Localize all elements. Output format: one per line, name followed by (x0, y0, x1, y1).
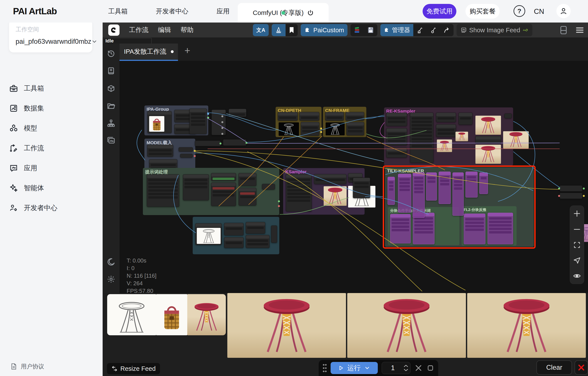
workspace-card[interactable]: 工作空间 pai_pfo63vwarwndif0mbz (9, 20, 92, 53)
run-options-chevron-icon (364, 365, 370, 371)
aigodlike-theme-icon[interactable] (272, 24, 285, 36)
node-switch-panel[interactable] (211, 110, 226, 135)
node-small[interactable] (229, 109, 246, 117)
node-reroute[interactable] (195, 140, 221, 146)
brand-logo: PAI ArtLab (13, 6, 57, 16)
stop-icon[interactable] (427, 364, 434, 372)
canvas-zoom-panel (570, 205, 584, 284)
new-workflow-tab-button[interactable]: + (184, 46, 190, 55)
top-header: PAI ArtLab 工具箱 开发者中心 应用 ComfyUI (专享版) 免费… (0, 0, 588, 22)
clean-vram-icon[interactable] (413, 24, 427, 36)
sidebar-item-label: 工作流 (24, 144, 44, 153)
zoom-in-icon[interactable] (573, 209, 581, 218)
group-cn-frame[interactable]: CN-FRAME (323, 107, 366, 137)
sidebar-item-developer-center[interactable]: 开发者中心 (9, 198, 94, 218)
queue-icon[interactable] (107, 66, 116, 75)
buy-plan-button[interactable]: 购买套餐 (465, 4, 500, 19)
node-graph-canvas[interactable]: IPA-Group MODEL载入 CN-DPETH (119, 61, 588, 293)
node-reroute[interactable] (560, 185, 582, 192)
gallery-icon[interactable] (107, 136, 116, 145)
help-icon[interactable]: ? (514, 5, 525, 17)
free-trial-button[interactable]: 免费试用 (423, 4, 456, 19)
canvas-left-rail (103, 43, 119, 293)
sidebar-item-models[interactable]: 模型 (9, 118, 94, 138)
nav-apps[interactable]: 应用 (217, 7, 230, 16)
fit-view-icon[interactable] (573, 241, 581, 249)
nav-toolbox[interactable]: 工具箱 (108, 7, 128, 16)
group-depth-process[interactable] (193, 217, 279, 254)
theme-moon-icon[interactable] (107, 258, 116, 266)
cancel-queue-icon[interactable] (414, 364, 423, 372)
workflow-tab-active[interactable]: IPA发散工作流 (119, 43, 178, 61)
workflows-folder-icon[interactable] (107, 102, 116, 110)
tab-comfyui[interactable]: ComfyUI (专享版) (238, 3, 329, 22)
group-ipa[interactable]: IPA-Group (144, 106, 208, 135)
user-agreement-link[interactable]: 用户协议 (10, 363, 44, 370)
node-reroute[interactable] (223, 139, 246, 146)
select-mode-icon[interactable] (573, 257, 581, 264)
panel-toggle-icon[interactable] (559, 25, 568, 35)
user-avatar[interactable] (556, 4, 571, 18)
translate-button[interactable]: 文A (253, 24, 269, 36)
resize-feed-button[interactable]: Resize Feed (107, 363, 160, 374)
node-reroute[interactable] (560, 193, 582, 199)
clear-feed-button[interactable]: Clear (536, 360, 572, 375)
chevron-down-icon[interactable] (91, 39, 97, 45)
hamburger-menu-icon[interactable] (576, 26, 584, 34)
feed-image-result[interactable] (227, 293, 346, 358)
menu-workflow[interactable]: 工作流 (129, 26, 148, 34)
clean-all-icon[interactable] (427, 24, 440, 36)
nav-developer-center[interactable]: 开发者中心 (156, 7, 188, 16)
books-icon[interactable] (350, 24, 364, 36)
feed-thumb-table[interactable] (187, 294, 226, 335)
feed-image-result[interactable] (467, 293, 586, 358)
feed-thumb-sketch[interactable] (107, 294, 156, 335)
zoom-out-icon[interactable] (573, 225, 581, 234)
bookmark-icon[interactable] (285, 24, 298, 36)
menu-edit[interactable]: 编辑 (158, 26, 171, 34)
close-icon (578, 364, 585, 371)
sidebar-item-toolbox[interactable]: 工具箱 (9, 78, 94, 98)
feed-card-inputs[interactable] (107, 294, 226, 335)
node-library-icon[interactable] (107, 84, 116, 93)
share-icon[interactable] (440, 24, 453, 36)
comfy-logo[interactable] (108, 24, 119, 36)
language-toggle[interactable]: CN (534, 7, 544, 16)
batch-count-value: 1 (382, 364, 404, 372)
paicustom-button[interactable]: PaiCustom (301, 24, 347, 36)
feed-image-result[interactable] (347, 293, 466, 358)
workspace-label: 工作空间 (16, 26, 86, 33)
power-icon[interactable] (307, 10, 314, 16)
sidebar-item-label: 智能体 (24, 183, 44, 193)
sidebar-item-apps[interactable]: 应用 (9, 158, 94, 178)
sidebar-item-workflows[interactable]: 工作流 (9, 138, 94, 158)
group-ksampler[interactable]: KSampler (283, 168, 365, 215)
settings-gear-icon[interactable] (107, 275, 116, 283)
run-panel: 运行 1 (319, 360, 438, 376)
manager-button[interactable]: 管理器 (380, 24, 413, 36)
batch-count-input[interactable]: 1 (382, 362, 410, 374)
save-icon[interactable] (364, 24, 377, 36)
status-indicator: Idle (104, 38, 152, 44)
group-prompt[interactable]: 提示词处理 (143, 168, 279, 215)
run-button[interactable]: 运行 (331, 362, 378, 374)
close-feed-button[interactable] (575, 360, 588, 375)
sidebar-item-label: 模型 (24, 124, 37, 133)
drag-handle[interactable] (323, 363, 327, 373)
menu-help[interactable]: 帮助 (180, 26, 194, 34)
sidebar-item-label: 工具箱 (24, 84, 44, 93)
history-icon[interactable] (107, 49, 116, 58)
group-re-ksampler[interactable]: RE-KSampler (384, 107, 513, 165)
node-map-icon[interactable] (107, 119, 116, 128)
toggle-links-eye-icon[interactable] (573, 272, 581, 280)
left-sidebar: 工作空间 pai_pfo63vwarwndif0mbz 工具箱 数据集 模型 (0, 22, 103, 376)
group-cn-depth[interactable]: CN-DPETH (276, 107, 322, 137)
node-reroute-stack[interactable] (353, 178, 370, 198)
sidebar-item-agents[interactable]: 智能体 (9, 178, 94, 198)
sidebar-item-datasets[interactable]: 数据集 (9, 98, 94, 118)
step-down-icon (404, 369, 408, 371)
status-dot (282, 11, 285, 15)
show-image-feed-button[interactable]: Show Image Feed (457, 24, 532, 36)
feed-thumb-bag[interactable] (156, 294, 187, 335)
step-up-icon (404, 365, 408, 367)
